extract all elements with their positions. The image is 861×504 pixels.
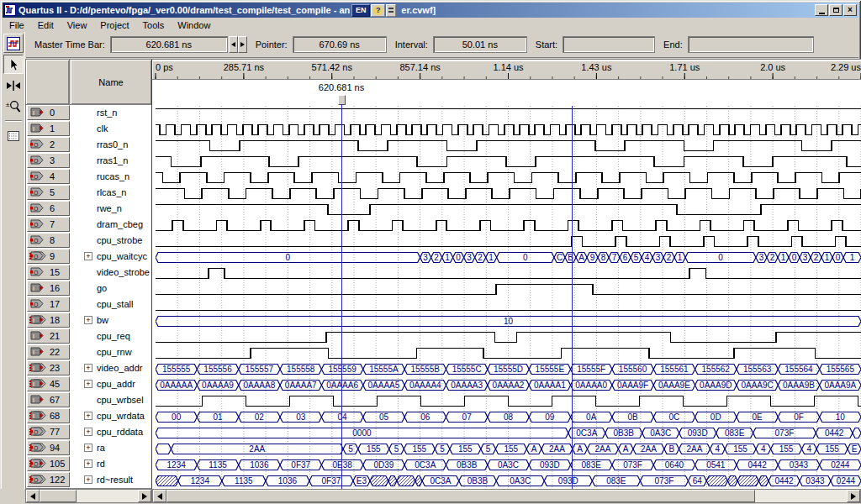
signal-id-button[interactable]: O4 <box>27 169 70 184</box>
waveform-rd[interactable]: 1234113510360F370E380D390C3A0B3B0A3C093D… <box>156 457 861 473</box>
timeline-ruler[interactable]: 0 ps285.71 ns571.42 ns857.14 ns1.14 us1.… <box>152 60 861 80</box>
menu-item-view[interactable]: View <box>61 19 94 31</box>
signal-id-button[interactable]: O94 <box>27 440 70 455</box>
waveform-rras1_n[interactable] <box>156 154 861 170</box>
menu-item-tools[interactable]: Tools <box>136 19 172 31</box>
signal-id-button[interactable]: I23 <box>27 360 70 375</box>
signal-id-button[interactable]: O5 <box>27 185 70 200</box>
waveform-dram_cbeg[interactable] <box>156 218 861 234</box>
signal-id-button[interactable]: O17 <box>27 297 70 312</box>
signal-name[interactable]: rras1_n <box>97 155 128 165</box>
title-bar[interactable]: Quartus II - D:/d/pentevo/fpga/_ver0.00/… <box>3 3 858 18</box>
close-button[interactable]: × <box>843 4 857 16</box>
signal-id-button[interactable]: O6 <box>27 201 70 216</box>
signal-name[interactable]: cpu_req <box>97 331 130 341</box>
signal-name[interactable]: bw <box>97 315 108 325</box>
signal-id-button[interactable]: O9 <box>27 249 70 264</box>
signal-name[interactable]: cpu_rnw <box>97 347 132 357</box>
expand-plus-icon[interactable]: + <box>84 364 92 372</box>
waveform-video_addr[interactable]: 15555515555615555715555815555915555A1555… <box>156 361 861 377</box>
signal-name[interactable]: rwe_n <box>97 203 122 213</box>
cursor-marker-zone[interactable]: 620.681 ns <box>152 80 861 106</box>
signal-name[interactable]: video_addr <box>97 363 142 373</box>
language-indicator[interactable]: EN <box>351 4 370 17</box>
scroll-right-icon[interactable] <box>138 490 151 502</box>
waveform-go[interactable] <box>156 281 861 297</box>
signal-name[interactable]: rd~result <box>97 475 133 485</box>
end-field[interactable] <box>688 36 814 53</box>
expand-plus-icon[interactable]: + <box>84 252 92 260</box>
signal-name[interactable]: rst_n <box>97 108 117 118</box>
scroll-right-icon[interactable] <box>847 490 860 502</box>
expand-plus-icon[interactable]: + <box>84 316 92 324</box>
master-time-bar-field[interactable]: 620.681 ns <box>110 36 228 53</box>
signal-id-button[interactable]: I22 <box>27 344 70 360</box>
snap-to-transition-icon[interactable] <box>3 76 24 95</box>
signal-id-button[interactable]: O105 <box>27 456 70 471</box>
expand-plus-icon[interactable]: + <box>84 459 92 468</box>
language-help-icon[interactable]: ? <box>371 4 385 17</box>
waveform-hscrollbar[interactable] <box>152 489 861 503</box>
signal-name[interactable]: cpu_waitcyc <box>97 251 147 261</box>
name-panel-hscrollbar[interactable] <box>25 489 152 503</box>
scroll-left-icon[interactable] <box>153 490 166 502</box>
signal-id-button[interactable]: O77 <box>27 424 70 439</box>
waveform-editor-icon[interactable] <box>3 34 24 53</box>
zoom-icon[interactable]: ± <box>3 97 24 116</box>
waveform-cpu_strobe[interactable] <box>156 234 861 249</box>
signal-name[interactable]: video_strobe <box>97 267 150 277</box>
scroll-left-icon[interactable] <box>26 490 40 502</box>
spin-right-icon[interactable] <box>238 36 247 53</box>
signal-name[interactable]: rlcas_n <box>97 187 126 197</box>
signal-id-button[interactable]: I1 <box>27 121 70 136</box>
waveform-cpu_rnw[interactable] <box>156 345 861 361</box>
signal-id-button[interactable]: O2 <box>27 137 70 152</box>
signal-id-button[interactable]: I0 <box>27 105 70 120</box>
expand-plus-icon[interactable]: + <box>84 428 92 436</box>
signal-id-button[interactable]: I68 <box>27 408 70 423</box>
waveform-cpu_wrdata[interactable]: 000102030405060708090A0B0C0D0E0F10 <box>156 409 861 425</box>
expand-plus-icon[interactable]: + <box>84 380 92 388</box>
waveform-clk[interactable] <box>156 122 861 138</box>
waveform-rras0_n[interactable] <box>156 138 861 154</box>
signal-name[interactable]: rd <box>97 459 105 469</box>
signal-name[interactable]: clk <box>97 123 108 134</box>
waveform-cpu_stall[interactable] <box>156 297 861 313</box>
signal-id-button[interactable]: O122 <box>27 472 70 487</box>
signal-id-button[interactable]: O7 <box>27 217 70 232</box>
waveform-video_strobe[interactable] <box>156 265 861 281</box>
signal-name[interactable]: go <box>97 283 107 293</box>
waveform-rucas_n[interactable] <box>156 170 861 186</box>
grid-pattern-icon[interactable] <box>3 126 24 145</box>
signal-id-button[interactable]: I21 <box>27 328 70 344</box>
waveform-rwe_n[interactable] <box>156 202 861 218</box>
secondary-cursor-line[interactable] <box>572 106 573 489</box>
signal-name[interactable]: cpu_rddata <box>97 427 143 437</box>
signal-name[interactable]: rras0_n <box>97 139 128 150</box>
expand-plus-icon[interactable]: + <box>84 475 92 484</box>
signal-id-button[interactable]: O8 <box>27 233 70 248</box>
minimize-button[interactable] <box>815 4 828 16</box>
waveform-rows-area[interactable]: 032103210CBA9876543210321032101101555551… <box>152 106 861 489</box>
signal-name[interactable]: cpu_stall <box>97 299 133 309</box>
signal-name[interactable]: cpu_addr <box>97 379 135 389</box>
waveform-rd~result[interactable]: 1234113510360F37E30C3A0B3B0A3C093D083E07… <box>156 473 861 489</box>
waveform-cpu_waitcyc[interactable]: 032103210CBA9876543210321032101 <box>156 249 861 265</box>
waveform-cpu_wrbsel[interactable] <box>156 393 861 409</box>
signal-id-button[interactable]: O3 <box>27 153 70 168</box>
menu-item-project[interactable]: Project <box>93 19 135 31</box>
signal-id-button[interactable]: I45 <box>27 376 70 391</box>
waveform-bw[interactable]: 10 <box>156 313 861 329</box>
signal-name[interactable]: rucas_n <box>97 171 129 181</box>
signal-id-button[interactable]: O15 <box>27 265 70 280</box>
signal-id-button[interactable]: I18 <box>27 312 70 328</box>
expand-plus-icon[interactable]: + <box>84 444 92 452</box>
signal-name[interactable]: cpu_strobe <box>97 235 142 245</box>
menu-item-edit[interactable]: Edit <box>31 19 61 31</box>
restore-button[interactable] <box>829 4 843 16</box>
waveform-cpu_addr[interactable]: 0AAAAA0AAAA90AAAA80AAAA70AAAA60AAAA50AAA… <box>156 377 861 393</box>
menu-item-file[interactable]: File <box>3 19 31 31</box>
signal-id-button[interactable]: I67 <box>27 392 70 407</box>
waveform-ra[interactable]: 2AA5155515551555155A2AAA2AAA2AAB2AA41554… <box>156 441 861 457</box>
expand-plus-icon[interactable]: + <box>84 412 92 420</box>
